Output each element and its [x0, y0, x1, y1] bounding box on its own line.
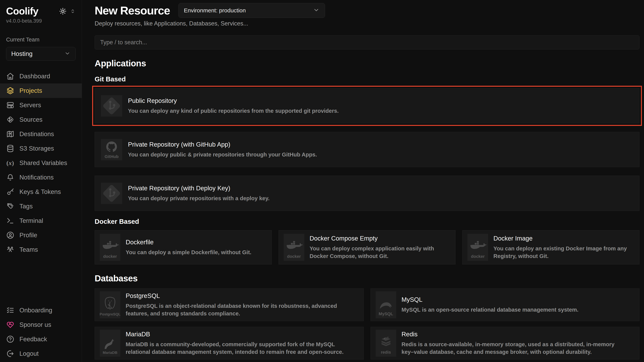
app-logo[interactable]: Coolify: [6, 6, 38, 16]
tag-icon: [6, 202, 14, 210]
sidebar-item-dashboard[interactable]: Dashboard: [0, 69, 82, 83]
database-cards-row-1: PostgreSQL PostgreSQL PostgreSQL is an o…: [95, 288, 640, 321]
mysql-logo-icon: MySQL: [376, 291, 396, 318]
sidebar-item-teams[interactable]: Teams: [0, 242, 82, 257]
sidebar-item-feedback[interactable]: Feedback: [0, 332, 82, 347]
card-description: You can deploy an existing Docker Image …: [494, 245, 638, 260]
card-title: Dockerfile: [126, 239, 251, 246]
card-title: PostgreSQL: [126, 292, 352, 299]
docker-logo-icon: docker: [100, 234, 120, 261]
card-private-repository-deploy-key[interactable]: Private Repository (with Deploy Key) You…: [95, 176, 640, 211]
git-logo-icon: [101, 183, 122, 204]
postgresql-wordmark: PostgreSQL: [100, 312, 120, 316]
chevrons-up-down-icon[interactable]: [70, 8, 76, 14]
card-mysql[interactable]: MySQL MySQL MySQL is an open-source rela…: [370, 288, 640, 321]
docker-logo-icon: docker: [284, 234, 304, 261]
card-private-repository-github-app[interactable]: GitHub Private Repository (with GitHub A…: [95, 132, 640, 167]
sidebar-item-onboarding[interactable]: Onboarding: [0, 303, 82, 318]
card-docker-image[interactable]: docker Docker Image You can deploy an ex…: [462, 230, 640, 264]
user-icon: [6, 231, 14, 239]
card-public-repository[interactable]: Public Repository You can deploy any kin…: [95, 88, 640, 123]
card-docker-compose-empty[interactable]: docker Docker Compose Empty You can depl…: [278, 230, 456, 264]
card-mariadb[interactable]: MariaDB MariaDB MariaDB is a community-d…: [95, 327, 364, 360]
mysql-wordmark: MySQL: [379, 311, 393, 316]
main-content: New Resource Environment: production Dep…: [95, 0, 640, 362]
sidebar-item-destinations[interactable]: Destinations: [0, 127, 82, 141]
sidebar-item-logout[interactable]: Logout: [0, 347, 82, 361]
card-postgresql[interactable]: PostgreSQL PostgreSQL PostgreSQL is an o…: [95, 288, 364, 321]
card-description: You can deploy any kind of public reposi…: [128, 107, 338, 115]
server-icon: [6, 101, 14, 109]
help-icon: [6, 335, 14, 343]
card-description: MySQL is an open-source relational datab…: [402, 306, 578, 314]
page-subtitle: Deploy resources, like Applications, Dat…: [95, 20, 640, 27]
card-title: MySQL: [402, 296, 578, 303]
app-version: v4.0.0-beta.399: [6, 18, 76, 24]
sidebar-item-sources[interactable]: Sources: [0, 112, 82, 127]
database-icon: [6, 145, 14, 153]
users-icon: [6, 246, 14, 254]
sidebar-item-servers[interactable]: Servers: [0, 98, 82, 112]
card-title: Docker Compose Empty: [310, 235, 454, 242]
card-description: You can deploy private repositories with…: [128, 194, 270, 202]
theme-toggle-sun-icon[interactable]: [59, 7, 66, 15]
sidebar-item-s3-storages[interactable]: S3 Storages: [0, 141, 82, 156]
docker-logo-icon: docker: [468, 234, 488, 261]
mariadb-wordmark: MariaDB: [103, 351, 117, 355]
team-select-value: Hosting: [11, 50, 32, 57]
database-cards-row-2: MariaDB MariaDB MariaDB is a community-d…: [95, 327, 640, 360]
card-title: MariaDB: [126, 331, 352, 338]
postgresql-logo-icon: PostgreSQL: [100, 291, 120, 318]
docker-wordmark: docker: [287, 254, 301, 259]
heart-hands-icon: [6, 321, 14, 329]
page-title: New Resource: [95, 4, 170, 17]
current-team-label: Current Team: [6, 36, 76, 43]
card-description: Redis is a source-available, in-memory s…: [402, 341, 628, 356]
docker-based-subsection-title: Docker Based: [95, 218, 640, 225]
card-dockerfile[interactable]: docker Dockerfile You can deploy a simpl…: [95, 230, 272, 264]
team-select[interactable]: Hosting: [6, 47, 76, 61]
card-description: PostgreSQL is an object-relational datab…: [126, 302, 352, 317]
docker-based-cards: docker Dockerfile You can deploy a simpl…: [95, 230, 640, 264]
sidebar-footer: Onboarding Sponsor us Feedback Logout: [0, 303, 82, 361]
sidebar-nav: Dashboard Projects Servers Sources Desti…: [0, 69, 82, 257]
sidebar-item-projects[interactable]: Projects: [0, 83, 82, 98]
chevron-down-icon: [64, 50, 70, 57]
git-branch-icon: [6, 116, 14, 124]
sidebar-item-shared-variables[interactable]: (x) Shared Variables: [0, 156, 82, 170]
sidebar-item-keys-tokens[interactable]: Keys & Tokens: [0, 184, 82, 199]
sidebar-item-tags[interactable]: Tags: [0, 199, 82, 213]
card-title: Public Repository: [128, 97, 338, 104]
card-description: You can deploy public & private reposito…: [128, 151, 317, 158]
logout-icon: [6, 350, 14, 358]
github-logo-icon: GitHub: [101, 139, 122, 160]
card-description: MariaDB is a community-developed, commer…: [126, 341, 352, 356]
card-title: Redis: [402, 331, 628, 338]
coolify-new-resource-page: Coolify v4.0.0-beta.399 Current Team Hos…: [0, 0, 644, 362]
card-description: You can deploy a simple Dockerfile, with…: [126, 248, 251, 256]
sidebar-item-notifications[interactable]: Notifications: [0, 170, 82, 184]
redis-wordmark: redis: [381, 350, 391, 355]
databases-section-title: Databases: [95, 273, 640, 283]
map-icon: [6, 130, 14, 138]
docker-wordmark: docker: [471, 254, 484, 259]
layers-icon: [6, 87, 14, 95]
card-redis[interactable]: redis Redis Redis is a source-available,…: [370, 327, 640, 360]
sidebar-item-terminal[interactable]: Terminal: [0, 213, 82, 228]
card-title: Private Repository (with Deploy Key): [128, 184, 270, 192]
mariadb-logo-icon: MariaDB: [100, 330, 120, 357]
bell-icon: [6, 174, 14, 181]
sidebar-item-sponsor-us[interactable]: Sponsor us: [0, 318, 82, 332]
search-input[interactable]: [95, 35, 640, 49]
sidebar-item-profile[interactable]: Profile: [0, 228, 82, 242]
chevron-down-icon: [313, 7, 320, 14]
terminal-icon: [6, 217, 14, 225]
checklist-icon: [6, 306, 14, 314]
docker-wordmark: docker: [103, 254, 117, 259]
sidebar: Coolify v4.0.0-beta.399 Current Team Hos…: [0, 0, 82, 362]
card-title: Private Repository (with GitHub App): [128, 141, 317, 148]
highlighted-card-wrapper: Public Repository You can deploy any kin…: [95, 88, 640, 123]
environment-select[interactable]: Environment: production: [178, 3, 325, 18]
git-based-subsection-title: Git Based: [95, 75, 640, 83]
github-wordmark: GitHub: [104, 154, 118, 159]
